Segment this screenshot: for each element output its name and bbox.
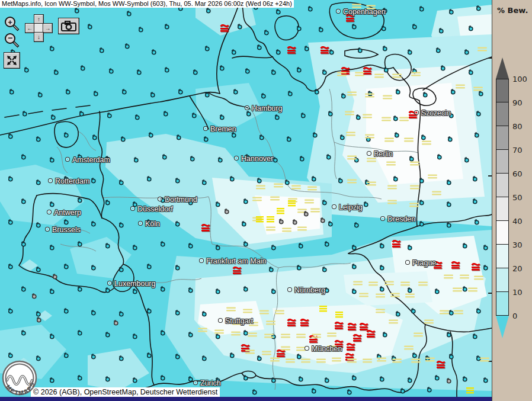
legend-segment [496, 79, 509, 102]
legend-bottom-arrow [496, 316, 509, 338]
legend-tick-label: 10 [512, 288, 523, 297]
legend-segment [496, 150, 509, 174]
pan-control: ↑ ← → ↓ [25, 14, 52, 41]
legend-tick-label: 60 [512, 169, 523, 178]
zoom-out-button[interactable]: − [4, 32, 20, 51]
attribution-text: © 2026 (AGB), OpenStreetMap, Deutscher W… [33, 388, 217, 396]
fullscreen-icon [7, 55, 17, 66]
legend-tick-label: 90 [512, 98, 523, 107]
bottom-strip [0, 397, 492, 401]
arrow-up-icon: ↑ [37, 16, 40, 23]
map-title: MetMaps.info, Icon WW-Symbol, Mos WW-Sym… [2, 0, 292, 7]
zoom-out-icon: − [4, 32, 20, 49]
legend-tick-label: 30 [512, 240, 523, 249]
legend-top-arrow [496, 57, 509, 79]
map-background [0, 0, 492, 401]
camera-icon [61, 21, 76, 31]
legend-title: % Bew. [497, 6, 528, 15]
map-canvas[interactable]: CopenhagenHamburgBremenHannoverAmsterdam… [0, 0, 492, 401]
fullscreen-button[interactable] [4, 52, 20, 69]
legend-tick-label: 70 [512, 146, 523, 155]
attribution-bar: © 2026 (AGB), OpenStreetMap, Deutscher W… [31, 387, 220, 397]
legend-segment [496, 245, 509, 268]
snapshot-button[interactable] [58, 18, 79, 34]
arrow-left-icon: ← [27, 25, 33, 31]
legend-tick-label: 80 [512, 122, 523, 131]
legend-segment [496, 221, 509, 245]
legend-tick-label: 20 [512, 264, 523, 273]
zoom-in-icon: + [4, 15, 20, 32]
legend-tick-label: 0 [512, 312, 517, 320]
legend-segment [496, 197, 509, 221]
metmaps-app: CopenhagenHamburgBremenHannoverAmsterdam… [0, 0, 532, 401]
legend-tick-label: 100 [512, 75, 527, 84]
legend-segment [496, 268, 509, 292]
metmaps-logo[interactable]: METMAPS [1, 360, 38, 400]
svg-text:−: − [8, 33, 12, 43]
legend-tick-label: 40 [512, 217, 523, 226]
legend-segment [496, 126, 509, 150]
legend-segment [496, 102, 509, 126]
legend-tick-label: 50 [512, 193, 523, 202]
legend-segment [496, 292, 509, 316]
arrow-down-icon: ↓ [37, 34, 40, 40]
legend-segment [496, 174, 509, 197]
svg-text:+: + [8, 18, 12, 27]
legend-sidebar: % Bew. 1009080706050403020100 [492, 0, 532, 401]
title-bar: MetMaps.info, Icon WW-Symbol, Mos WW-Sym… [0, 0, 294, 8]
arrow-right-icon: → [45, 25, 51, 31]
